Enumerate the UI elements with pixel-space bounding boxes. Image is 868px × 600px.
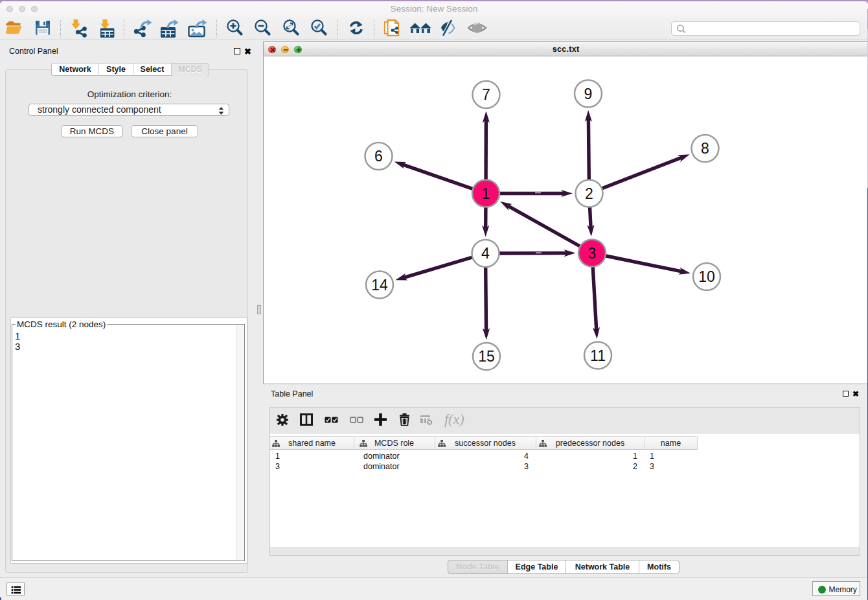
svg-text:3: 3 [588,245,597,262]
svg-text:14: 14 [371,277,388,294]
svg-text:9: 9 [584,86,593,102]
svg-text:4: 4 [481,245,490,262]
svg-text:7: 7 [482,86,490,103]
svg-text:15: 15 [478,348,495,365]
svg-text:1: 1 [482,185,490,202]
svg-text:2: 2 [585,185,593,202]
svg-text:10: 10 [698,268,715,285]
svg-text:6: 6 [374,148,383,165]
svg-text:11: 11 [590,347,606,364]
svg-text:8: 8 [701,140,709,157]
